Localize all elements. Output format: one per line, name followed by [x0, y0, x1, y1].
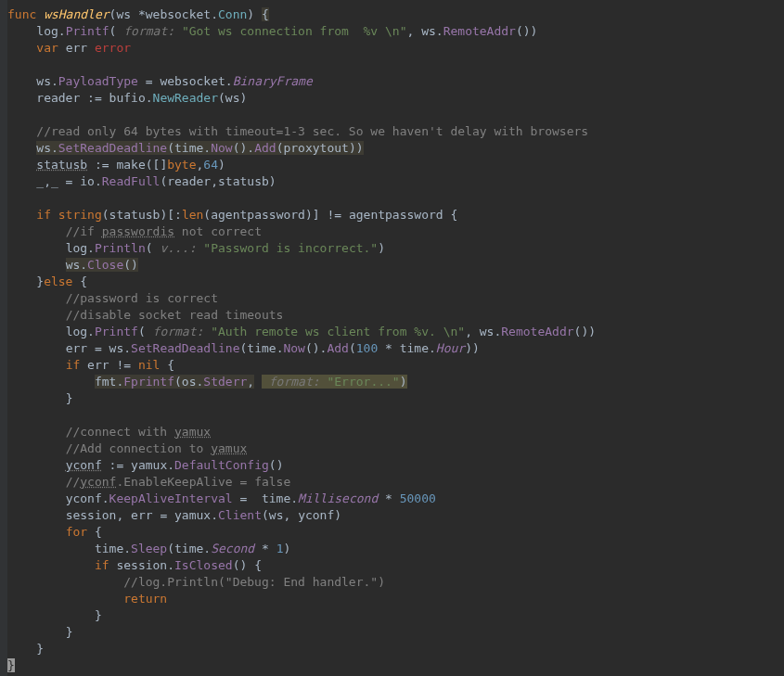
code-line: //log.Println("Debug: End handler."): [7, 575, 385, 589]
code-line: yconf := yamux.DefaultConfig(): [7, 458, 283, 472]
code-line: time.Sleep(time.Second * 1): [7, 542, 290, 555]
code-line: //password is correct: [7, 291, 218, 305]
code-line: session, err = yamux.Client(ws, yconf): [7, 508, 341, 522]
code-line: if err != nil {: [7, 358, 174, 372]
code-line: if string(statusb)[:len(agentpassword)] …: [7, 208, 457, 222]
editor-gutter: [0, 0, 7, 676]
code-line: }: [7, 608, 102, 622]
code-line: func wsHandler(ws *websocket.Conn) {: [7, 7, 269, 21]
code-line: if session.IsClosed() {: [7, 558, 262, 572]
code-line: }: [7, 625, 72, 639]
code-line: yconf.KeepAliveInterval = time.Milliseco…: [7, 491, 436, 505]
code-line: var err error: [7, 41, 131, 55]
code-line: ws.SetReadDeadline(time.Now().Add(proxyt…: [7, 141, 364, 155]
code-line: return: [7, 592, 167, 606]
code-line: err = ws.SetReadDeadline(time.Now().Add(…: [7, 341, 480, 355]
code-line: }: [7, 658, 15, 672]
code-line: fmt.Fprintf(os.Stderr, format: "Error...…: [7, 375, 407, 389]
code-line: statusb := make([]byte,64): [7, 158, 225, 172]
code-line: //read only 64 bytes with timeout=1-3 se…: [7, 124, 588, 138]
code-line: for {: [7, 525, 102, 539]
func-name: wsHandler: [44, 7, 109, 21]
code-line: //connect with yamux: [7, 425, 211, 439]
code-line: ws.PayloadType = websocket.BinaryFrame: [7, 74, 313, 88]
code-line: //yconf.EnableKeepAlive = false: [7, 475, 290, 489]
code-editor[interactable]: func wsHandler(ws *websocket.Conn) { log…: [7, 6, 596, 674]
code-line: reader := bufio.NewReader(ws): [7, 91, 247, 105]
code-line: ws.Close(): [7, 258, 138, 272]
code-line: log.Println( v...: "Password is incorrec…: [7, 241, 385, 255]
code-line: //Add connection to yamux: [7, 441, 247, 455]
code-line: //if passwordis not correct: [7, 224, 262, 238]
code-line: log.Printf( format: "Got ws connection f…: [7, 24, 537, 38]
code-line: //disable socket read timeouts: [7, 308, 283, 322]
code-line: }: [7, 642, 44, 656]
code-line: _,_ = io.ReadFull(reader,statusb): [7, 174, 276, 188]
code-line: log.Printf( format: "Auth remote ws clie…: [7, 325, 596, 338]
code-line: }else {: [7, 274, 87, 288]
code-line: }: [7, 391, 72, 405]
keyword: func: [7, 7, 44, 21]
